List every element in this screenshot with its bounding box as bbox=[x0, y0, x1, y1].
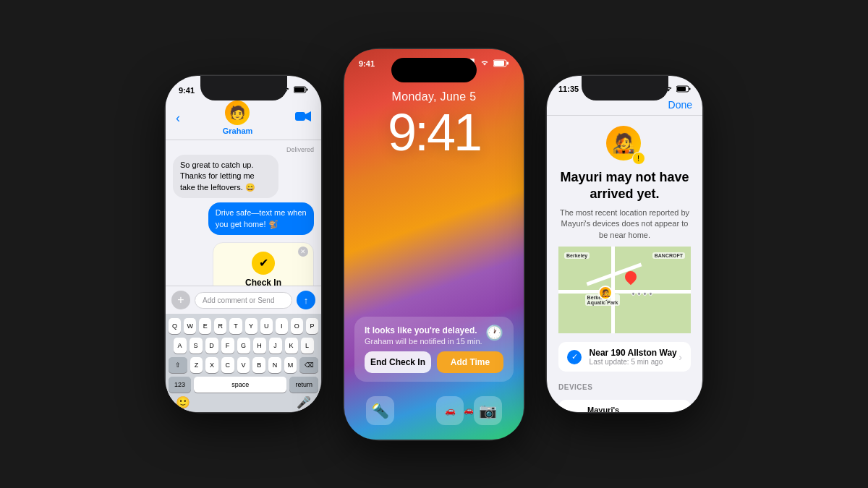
key-k[interactable]: K bbox=[285, 338, 298, 354]
key-i[interactable]: I bbox=[276, 318, 288, 334]
message-input-row: + Add comment or Send ↑ bbox=[166, 286, 321, 314]
key-q[interactable]: Q bbox=[169, 318, 181, 334]
ci-device-iphone: 📱 Mayuri's iPhone Last unlock: 5 min ago… bbox=[558, 400, 691, 412]
key-t[interactable]: T bbox=[229, 318, 242, 334]
key-c[interactable]: C bbox=[221, 357, 234, 373]
delivered-label: Delivered bbox=[173, 146, 314, 153]
ci-alert-body: The most recent location reported by May… bbox=[558, 207, 691, 241]
phone-notch-3 bbox=[582, 76, 668, 100]
iphone-name: Mayuri's iPhone bbox=[587, 406, 640, 412]
notification-clock-icon: 🕐 bbox=[485, 324, 503, 341]
map-pin-avatar: 🧑‍🎤 bbox=[598, 286, 613, 300]
key-d[interactable]: D bbox=[205, 338, 218, 354]
ci-location-info: Near 190 Allston Way Last update: 5 min … bbox=[590, 348, 677, 366]
add-time-button[interactable]: Add Time bbox=[437, 351, 503, 373]
status-time: 9:41 bbox=[179, 86, 195, 95]
key-r[interactable]: R bbox=[214, 318, 226, 334]
map-label-berkeley: Berkeley bbox=[564, 252, 590, 259]
flashlight-icon[interactable]: 🔦 bbox=[366, 396, 394, 425]
checkin-alert-screen: 11:35 ▋▋▋ Done 🧑‍🎤 ! Mayuri may not have… bbox=[547, 76, 702, 412]
notification-body: Graham will be notified in 15 min. bbox=[365, 337, 503, 346]
key-123[interactable]: 123 bbox=[169, 377, 191, 393]
lockscreen: 9:41 ▋▋▋ Monday, June 5 9:41 🕐 It look bbox=[344, 49, 524, 440]
key-shift[interactable]: ⇧ bbox=[169, 357, 187, 373]
iphone-info: Mayuri's iPhone Last unlock: 5 min ago bbox=[587, 406, 640, 412]
map-dot bbox=[631, 292, 635, 296]
map-dot bbox=[643, 292, 647, 296]
ci-location-row[interactable]: ✓ Near 190 Allston Way Last update: 5 mi… bbox=[558, 342, 691, 372]
map-dot bbox=[649, 292, 652, 296]
key-n[interactable]: N bbox=[268, 357, 281, 373]
key-m[interactable]: M bbox=[284, 357, 297, 373]
svg-rect-2 bbox=[307, 89, 308, 91]
key-x[interactable]: X bbox=[205, 357, 218, 373]
key-u[interactable]: U bbox=[260, 318, 273, 334]
key-b[interactable]: B bbox=[252, 357, 265, 373]
key-v[interactable]: V bbox=[237, 357, 250, 373]
emoji-icon[interactable]: 🙂 bbox=[176, 395, 190, 409]
key-f[interactable]: F bbox=[221, 338, 234, 354]
key-h[interactable]: H bbox=[253, 338, 266, 354]
map-label-bancroft: BANCROFT bbox=[652, 252, 685, 259]
map-dot bbox=[637, 292, 641, 296]
key-a[interactable]: A bbox=[174, 338, 187, 354]
dictation-icon[interactable]: 🎤 bbox=[297, 395, 311, 409]
location-check-icon: ✓ bbox=[567, 350, 582, 364]
svg-rect-9 bbox=[677, 87, 686, 91]
ls-battery-icon bbox=[493, 59, 509, 69]
key-o[interactable]: O bbox=[291, 318, 303, 334]
end-checkin-button[interactable]: End Check In bbox=[365, 351, 431, 373]
lockscreen-dock: 🔦 🚗 🚗 📷 bbox=[344, 388, 524, 440]
checkin-card: ✕ ✔ Check In Home · BerkeleyAround 11:00… bbox=[213, 242, 314, 286]
key-j[interactable]: J bbox=[269, 338, 282, 354]
messages-body: Delivered So great to catch up. Thanks f… bbox=[166, 140, 321, 286]
keyboard-icons-row: 🙂 🎤 bbox=[169, 393, 318, 409]
ci-location-name: Near 190 Allston Way bbox=[590, 348, 677, 358]
key-g[interactable]: G bbox=[237, 338, 250, 354]
map-road-horizontal bbox=[558, 290, 691, 294]
driving-mode-icon[interactable]: 🚗 bbox=[436, 396, 464, 425]
keyboard-bottom-row: 123 space return bbox=[169, 377, 318, 393]
notification-actions: End Check In Add Time bbox=[365, 351, 503, 373]
contact-info: 🧑 Graham bbox=[223, 100, 253, 135]
key-l[interactable]: L bbox=[301, 338, 314, 354]
contact-avatar: 🧑 bbox=[225, 100, 250, 125]
add-attachment-button[interactable]: + bbox=[171, 291, 190, 309]
ci-battery-icon bbox=[676, 85, 691, 93]
key-return[interactable]: return bbox=[289, 377, 318, 393]
ci-avatar-container: 🧑‍🎤 ! bbox=[606, 126, 644, 163]
camera-icon[interactable]: 📷 bbox=[474, 396, 502, 425]
lockscreen-notification: 🕐 It looks like you're delayed. Graham w… bbox=[354, 317, 514, 382]
message-input[interactable]: Add comment or Send bbox=[195, 292, 292, 309]
lockscreen-time: 9:41 bbox=[344, 106, 524, 158]
svg-rect-10 bbox=[689, 88, 691, 90]
keyboard: Q W E R T Y U I O P A S D F G H bbox=[166, 314, 321, 412]
checkin-checkmark-icon: ✔ bbox=[252, 252, 275, 275]
phone-lockscreen: 9:41 ▋▋▋ Monday, June 5 9:41 🕐 It look bbox=[344, 49, 524, 440]
key-w[interactable]: W bbox=[184, 318, 196, 334]
svg-rect-3 bbox=[295, 112, 305, 121]
send-button[interactable]: ↑ bbox=[297, 291, 315, 309]
key-space[interactable]: space bbox=[194, 377, 286, 393]
back-icon[interactable]: ‹ bbox=[176, 111, 180, 126]
ci-time: 11:35 bbox=[558, 85, 579, 93]
chevron-right-icon: › bbox=[678, 351, 682, 363]
key-s[interactable]: S bbox=[190, 338, 203, 354]
ci-alert-title: Mayuri may not have arrived yet. bbox=[558, 169, 691, 202]
video-icon[interactable] bbox=[295, 111, 311, 126]
checkin-close-btn[interactable]: ✕ bbox=[298, 247, 308, 257]
key-e[interactable]: E bbox=[199, 318, 211, 334]
key-delete[interactable]: ⌫ bbox=[299, 357, 318, 373]
warning-badge: ! bbox=[632, 152, 645, 165]
contact-name[interactable]: Graham bbox=[223, 127, 253, 135]
keyboard-row-2: A S D F G H J K L bbox=[169, 338, 318, 354]
key-z[interactable]: Z bbox=[190, 357, 203, 373]
done-button[interactable]: Done bbox=[668, 99, 692, 111]
driving-label: 🚗 bbox=[464, 406, 474, 415]
key-p[interactable]: P bbox=[306, 318, 318, 334]
key-y[interactable]: Y bbox=[245, 318, 258, 334]
svg-rect-7 bbox=[507, 61, 509, 64]
ls-wifi-icon bbox=[480, 59, 490, 68]
message-bubble-received: So great to catch up. Thanks for letting… bbox=[173, 155, 278, 198]
checkin-title: Check In bbox=[245, 278, 281, 286]
